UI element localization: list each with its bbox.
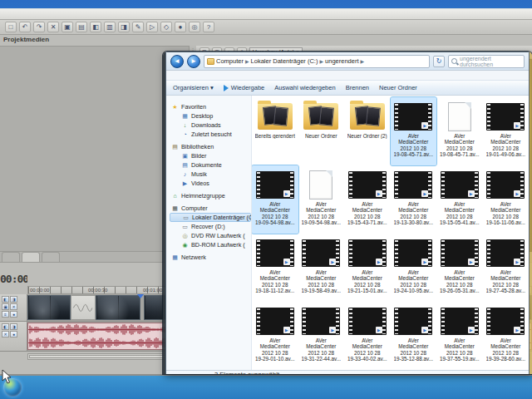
file-item[interactable]: ▶ AVerMediaCenter2012 10 2819-33-40-02.a… — [344, 302, 391, 370]
nav-item[interactable]: ◎ DVD RW Laufwerk ( — [170, 231, 251, 240]
file-item[interactable]: ▶ AVerMediaCenter2012 10 2819-29-01-10.a… — [252, 302, 298, 370]
editor-toolbar-icon[interactable]: □ — [5, 22, 17, 32]
file-item[interactable]: ▶ AVerMediaCenter2012 10 2819-21-15-01.a… — [344, 234, 391, 302]
nav-item[interactable]: ⌂ Heimnetzgruppe — [170, 191, 251, 200]
file-item[interactable]: ▶ AVerMediaCenter2012 10 2819-09-54-98.a… — [252, 165, 298, 234]
track-button[interactable]: ● — [10, 311, 17, 318]
command-button[interactable]: Auswahl wiedergeben — [274, 84, 335, 91]
file-label: AVerMediaCenter2012 10 2819-01-49-06.av.… — [486, 133, 526, 158]
file-item[interactable]: ▶ AVerMediaCenter2012 10 2819-31-22-44.a… — [298, 302, 345, 370]
video-file-icon: ▶ — [256, 308, 294, 335]
file-item[interactable]: ▶ AVerMediaCenter2012 10 2819-27-45-28.a… — [483, 234, 530, 302]
editor-toolbar-icon[interactable]: ◧ — [90, 22, 101, 32]
address-bar[interactable]: Computer▶Lokaler Datenträger (C:)▶ungere… — [204, 55, 430, 68]
nav-item[interactable]: ↓ Downloads — [170, 121, 251, 130]
file-item[interactable]: ▶ AVerMediaCenter2012 10 2819-26-05-31.a… — [436, 234, 483, 302]
file-item[interactable]: ▶ AVerMediaCenter2012 10 2819-16-11-06.a… — [483, 165, 530, 234]
nav-item-icon: ▣ — [181, 153, 189, 160]
project-media-panel[interactable] — [0, 46, 190, 252]
file-item[interactable]: ▶ AVerMediaCenter2012 10 2819-24-10-95.a… — [391, 234, 437, 302]
file-item[interactable]: ▶ AVerMediaCenter2012 10 2819-09-54-98.a… — [298, 165, 345, 234]
nav-item[interactable]: ◉ BD-ROM Laufwerk ( — [170, 240, 251, 249]
dock-tab[interactable] — [42, 252, 60, 262]
editor-toolbar-icon[interactable]: ▤ — [76, 22, 87, 32]
video-event-gap[interactable] — [71, 295, 96, 320]
nav-item[interactable]: ▦ Computer — [170, 204, 251, 213]
editor-toolbar-icon[interactable]: ↷ — [33, 22, 45, 32]
file-item[interactable]: ▶ AVerMediaCenter2012 10 2819-15-05-41.a… — [436, 165, 483, 234]
file-item[interactable]: ▶ AVerMediaCenter2012 10 2819-19-58-49.a… — [298, 234, 345, 302]
file-item[interactable]: ▶ Bereits gerendert — [252, 97, 298, 165]
file-item[interactable]: ▶ AVerMediaCenter2012 10 2819-39-28-60.a… — [483, 302, 530, 370]
blank-file-icon — [448, 102, 471, 131]
editor-toolbar-icon[interactable]: ▥ — [104, 22, 116, 32]
track-button[interactable]: ◨ — [10, 296, 17, 303]
editor-toolbar-icon[interactable]: ↶ — [19, 22, 31, 32]
file-item[interactable]: ▶ AVerMediaCenter2012 10 2819-15-43-71.a… — [344, 165, 391, 234]
nav-item-icon: ▶ — [181, 180, 189, 187]
dock-tab[interactable] — [2, 252, 20, 262]
file-item[interactable]: ▶ AVerMediaCenter2012 10 2819-13-30-80.a… — [391, 165, 437, 234]
file-item[interactable]: ▶ AVerMediaCenter2012 10 2819-35-12-88.a… — [391, 302, 437, 370]
editor-toolbar-icon[interactable]: ● — [175, 22, 186, 32]
track-button[interactable]: ◧ — [2, 296, 9, 303]
start-button[interactable] — [3, 378, 22, 397]
file-item[interactable]: ▶ Neuer Ordner — [298, 97, 345, 165]
breadcrumb-item[interactable]: Computer▶ — [216, 57, 249, 65]
nav-item[interactable]: ▣ Bilder — [170, 151, 251, 160]
track-button[interactable]: ▣ — [2, 303, 9, 310]
editor-toolbar-icon[interactable]: ▣ — [62, 22, 73, 32]
video-event-1[interactable] — [27, 295, 71, 320]
track-button[interactable]: ◨ — [10, 323, 17, 330]
folder-icon — [258, 103, 293, 130]
video-event-2[interactable] — [96, 295, 140, 320]
command-button[interactable]: Brennen — [346, 84, 369, 91]
forward-button[interactable]: ► — [187, 55, 200, 68]
file-item[interactable]: ▶ AVerMediaCenter2012 10 2819-18-11-12.a… — [252, 234, 298, 302]
details-pane: 3 Elemente ausgewählt Länge: 00:04:55 Gr… — [166, 370, 529, 374]
file-item[interactable]: ▶ AVerMediaCenter2012 10 2819-08-45-71.a… — [391, 97, 437, 165]
nav-item[interactable]: ♪ Musik — [170, 170, 251, 179]
nav-item[interactable]: ★ Favoriten — [170, 102, 251, 111]
nav-item[interactable]: ▤ Bibliotheken — [170, 142, 251, 151]
file-item[interactable]: ▶ Neuer Ordner (2) — [344, 97, 391, 165]
editor-toolbar-icon[interactable]: ? — [203, 22, 214, 32]
editor-toolbar-icon[interactable]: ✎ — [132, 22, 144, 32]
video-file-icon: ▶ — [394, 308, 432, 335]
editor-toolbar-icon[interactable]: ◨ — [118, 22, 130, 32]
file-label: AVerMediaCenter2012 10 2819-13-30-80.av.… — [394, 201, 434, 226]
file-item[interactable]: ▶ AVerMediaCenter2012 10 2819-08-45-71.a… — [436, 97, 483, 165]
editor-toolbar-icon[interactable]: ◇ — [160, 22, 172, 32]
editor-toolbar-icon[interactable]: ◎ — [189, 22, 200, 32]
breadcrumb-item[interactable]: Lokaler Datenträger (C:)▶ — [251, 57, 324, 65]
dock-tab[interactable] — [22, 252, 40, 262]
track-button[interactable]: ≡ — [2, 311, 9, 318]
nav-item[interactable]: ◔ Zuletzt besucht — [170, 130, 251, 139]
nav-item[interactable]: ▭ Lokaler Datenträger (C:) — [170, 213, 251, 222]
track-button[interactable]: ✕ — [10, 303, 17, 310]
video-file-icon: ▶ — [302, 239, 340, 267]
command-button[interactable]: Organisieren ▾ — [173, 84, 214, 91]
editor-toolbar-icon[interactable]: ▷ — [146, 22, 158, 32]
track-button[interactable]: ◧ — [2, 323, 9, 330]
file-item[interactable]: ▶ AVerMediaCenter2012 10 2819-37-55-19.a… — [436, 302, 483, 370]
editor-toolbar-icon[interactable]: ✕ — [47, 22, 59, 32]
nav-item[interactable]: ▤ Dokumente — [170, 160, 251, 170]
back-button[interactable]: ◄ — [170, 55, 184, 68]
navigation-pane: ★ Favoriten ▦ Desktop ↓ Downloads ◔ Zule… — [166, 96, 252, 370]
nav-item[interactable]: ▦ Netzwerk — [170, 253, 251, 262]
file-item[interactable]: ▶ AVerMediaCenter2012 10 2819-01-49-06.a… — [483, 97, 530, 165]
file-label: Neuer Ordner — [305, 133, 337, 139]
command-button[interactable]: Neuer Ordner — [379, 84, 417, 91]
track-button[interactable]: ✕ — [2, 331, 9, 337]
track-button[interactable]: ● — [10, 331, 17, 337]
breadcrumb-item[interactable]: ungerendert▶ — [325, 57, 364, 65]
nav-item[interactable]: ▶ Videos — [170, 179, 251, 188]
search-input[interactable]: ungerendert durchsuchen — [448, 55, 525, 68]
video-file-icon: ▶ — [486, 308, 525, 335]
nav-item-icon: ◔ — [181, 131, 189, 137]
refresh-button[interactable]: ↻ — [433, 56, 445, 67]
command-button[interactable]: Wiedergabe — [224, 84, 264, 91]
nav-item[interactable]: ▭ Recover (D:) — [170, 222, 251, 231]
nav-item[interactable]: ▦ Desktop — [170, 111, 251, 121]
